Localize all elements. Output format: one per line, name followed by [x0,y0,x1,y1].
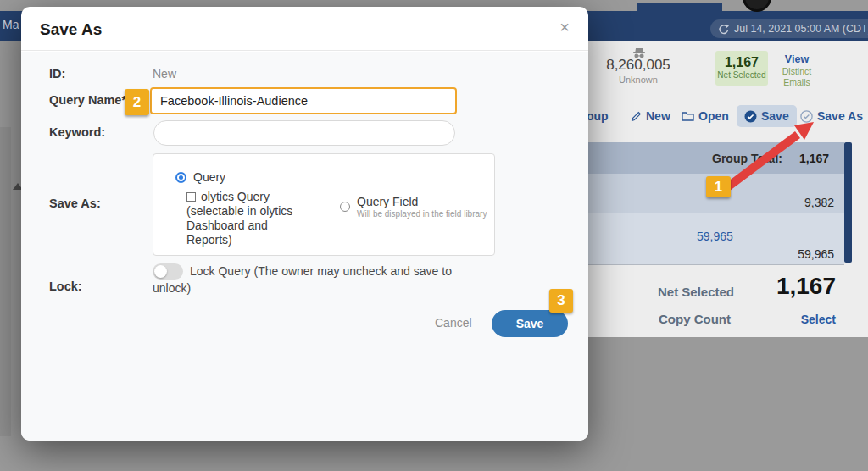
toolbar-group-fragment[interactable]: oup [587,108,609,125]
datetime-text: Jul 14, 2021 05:00 AM (CDT) [734,23,868,35]
modal-header: Save As × [21,7,588,51]
pencil-icon [631,111,642,122]
net-selected-box: 1,167 Net Selected [715,51,768,86]
copy-count-label: Copy Count [581,312,731,326]
toolbar-open-button[interactable]: Open [682,108,729,125]
screen: Ma Jul 14, 2021 05:00 AM (CDT) ) l) 8,26… [0,0,868,471]
text-caret [309,94,309,108]
query-row-2[interactable]: 59,965 59,965 [581,213,844,265]
lock-row: Lock Query (The owner may uncheck and sa… [153,263,454,296]
query-option[interactable]: Query [175,170,225,184]
query-field-option[interactable]: Query Field Will be displayed in the fie… [340,195,487,219]
save-as-label: Save As: [49,197,101,210]
toolbar-save-as-button[interactable]: Save As [800,108,863,125]
step-badge-2: 2 [125,89,149,115]
keyword-label: Keyword: [49,125,105,139]
group-total-label: Group Total: [712,152,782,165]
step-badge-1: 1 [706,176,731,197]
save-button[interactable]: Save [492,310,568,337]
query-radio-selected[interactable] [175,172,186,183]
lock-text: Lock Query (The owner may uncheck and sa… [153,264,452,295]
active-tab[interactable] [637,3,722,13]
olytics-option-label: olytics Query (selectable in olytics Das… [186,190,292,247]
view-distinct-emails-link[interactable]: View Distinct Emails [768,53,826,88]
cancel-button[interactable]: Cancel [435,316,472,330]
lock-toggle[interactable] [153,263,183,280]
net-selected-summary-value: 1,167 [734,273,836,300]
query-name-label: Query Name*: [49,93,131,107]
grid-scrollbar[interactable] [844,142,852,263]
modal-title: Save As [40,20,102,39]
copy-count-select-link[interactable]: Select [734,313,836,326]
query-field-hint: Will be displayed in the field library [357,209,487,219]
query-field-label: Query Field [357,195,487,209]
toolbar-new-button[interactable]: New [631,108,670,125]
modal-body: ID: New Query Name*: Facebook-Illinois-A… [21,52,588,441]
row1-count: 9,382 [804,196,834,209]
close-icon[interactable]: × [559,19,570,36]
save-as-options-box: Query olytics Query (selectable in olyti… [153,153,495,256]
save-as-modal: Save As × ID: New Query Name*: Facebook-… [21,7,588,441]
group-total-header: Group Total: 1,167 [581,142,844,174]
net-selected-count: 1,167 [715,55,768,69]
nav-menu-fragment[interactable]: Ma [3,18,19,31]
query-option-label: Query [193,170,225,184]
query-field-radio[interactable] [340,202,350,212]
toolbar-save-button[interactable]: Save [737,105,797,127]
query-name-value: Facebook-Illinois-Audience [160,94,308,108]
olytics-query-option[interactable]: olytics Query (selectable in olytics Das… [186,190,310,247]
options-divider [320,154,320,255]
row2-output-count: 59,965 [697,230,733,243]
keyword-input[interactable] [153,120,455,146]
left-scrollbar[interactable] [0,127,11,436]
unknown-count: 8,260,005 [593,57,683,74]
check-circle-outline-icon [800,110,813,123]
query-name-input[interactable]: Facebook-Illinois-Audience [150,87,457,114]
group-total-value: 1,167 [799,152,829,165]
unknown-label: Unknown [593,75,683,85]
lock-label: Lock: [49,280,82,293]
row2-total-count: 59,965 [798,247,834,261]
logo-circle [743,0,771,12]
refresh-icon [718,24,729,35]
check-circle-filled-icon [744,110,757,123]
net-selected-summary-label: Net Selected [581,285,734,299]
id-label: ID: [49,67,65,80]
olytics-checkbox[interactable] [186,192,196,202]
refresh-datetime-pill[interactable]: Jul 14, 2021 05:00 AM (CDT) [710,19,868,38]
folder-icon [682,111,694,121]
net-selected-caption: Net Selected [715,69,768,80]
id-value: New [153,67,176,80]
step-badge-3: 3 [549,289,573,313]
